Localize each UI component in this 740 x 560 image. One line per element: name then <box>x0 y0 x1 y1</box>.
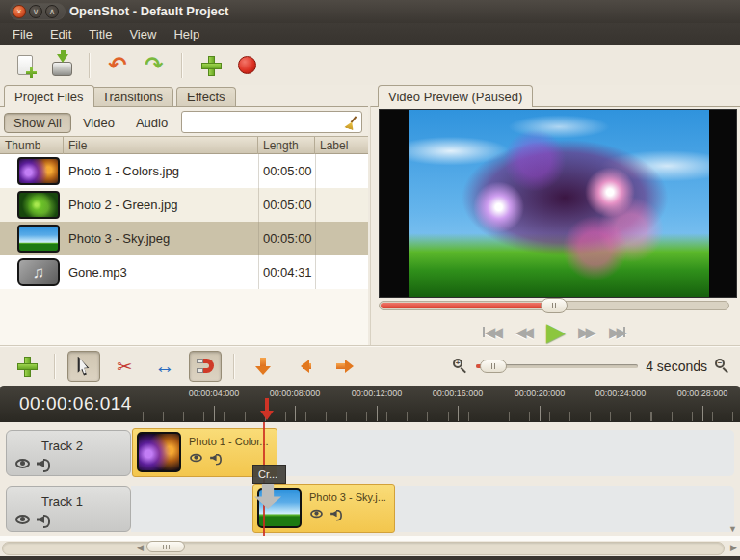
seek-bar[interactable] <box>379 301 729 310</box>
filter-audio-button[interactable]: Audio <box>126 113 177 133</box>
toolbar-separator <box>233 354 235 379</box>
track-visibility-icon[interactable] <box>15 515 30 524</box>
resize-tool-button[interactable]: ↔ <box>148 351 181 382</box>
zoom-slider-handle[interactable] <box>480 360 507 373</box>
save-project-button[interactable] <box>48 52 75 79</box>
video-preview-screen[interactable] <box>379 109 737 298</box>
previous-marker-button[interactable] <box>287 351 320 382</box>
titlebar[interactable]: × ∨ ∧ OpenShot - Default Project <box>0 0 740 23</box>
export-video-button[interactable] <box>233 52 260 79</box>
close-button[interactable]: × <box>13 5 26 18</box>
skip-to-end-button[interactable]: ▶▶ <box>609 324 629 341</box>
playhead-marker[interactable] <box>260 398 274 422</box>
clip-audio-icon[interactable] <box>330 509 342 519</box>
track-name: Track 1 <box>41 494 83 509</box>
clip-visibility-icon[interactable] <box>310 510 323 519</box>
tab-effects[interactable]: Effects <box>176 87 236 107</box>
column-divider <box>315 154 316 188</box>
column-header-thumb[interactable]: Thumb <box>0 137 64 154</box>
add-media-button[interactable] <box>197 52 224 79</box>
menu-view[interactable]: View <box>120 23 165 45</box>
add-marker-button[interactable] <box>247 351 279 382</box>
major-tick <box>377 406 378 421</box>
minimize-button[interactable]: ∨ <box>29 5 42 18</box>
redo-icon: ↷ <box>145 54 163 76</box>
file-length: 00:04:31 <box>263 255 312 289</box>
zoom-out-icon[interactable]: − <box>715 359 730 374</box>
openshot-window: × ∨ ∧ OpenShot - Default Project File Ed… <box>0 0 740 560</box>
track-1-lane[interactable] <box>131 486 734 532</box>
scroll-right-arrow[interactable]: ▶ <box>730 543 737 552</box>
column-divider <box>258 188 259 222</box>
clip-audio-icon[interactable] <box>210 453 222 463</box>
file-filter-field[interactable] <box>181 111 362 133</box>
tab-project-files[interactable]: Project Files <box>4 85 94 107</box>
column-header-length[interactable]: Length <box>258 137 315 154</box>
column-divider <box>258 255 259 289</box>
horizontal-scrollbar[interactable]: ◀ ▶ <box>0 541 740 556</box>
track-visibility-icon[interactable] <box>15 459 30 468</box>
timeline-tracks: Track 2 Photo 1 - Color... Track 1 <box>0 422 740 536</box>
vertical-scroll-down-arrow[interactable]: ▼ <box>728 524 737 534</box>
colors-thumbnail <box>17 157 60 185</box>
scrollbar-handle[interactable] <box>146 541 185 552</box>
major-tick <box>295 406 296 421</box>
rewind-button[interactable]: ◀◀ <box>515 324 534 341</box>
track-audio-icon[interactable] <box>37 458 50 469</box>
zoom-slider[interactable] <box>476 360 638 373</box>
timeline-ruler[interactable]: 00:00:06:014 00:00:04:000 00:00:08:000 0… <box>0 386 740 422</box>
select-tool-button[interactable] <box>67 351 100 382</box>
scrollbar-track[interactable] <box>2 542 725 555</box>
main-toolbar: ↶ ↷ <box>0 45 740 85</box>
razor-tool-button[interactable]: ✂ <box>108 351 141 382</box>
redo-button[interactable]: ↷ <box>141 52 168 79</box>
scroll-left-arrow[interactable]: ◀ <box>137 543 144 552</box>
file-list-empty-area[interactable] <box>0 289 368 346</box>
track-audio-icon[interactable] <box>37 514 50 525</box>
zoom-in-icon[interactable]: + <box>453 359 468 374</box>
menu-edit[interactable]: Edit <box>41 23 80 45</box>
add-track-button[interactable] <box>10 351 42 382</box>
clip-photo3[interactable]: Photo 3 - Sky.j... <box>252 484 395 533</box>
filter-video-button[interactable]: Video <box>73 113 124 133</box>
filter-show-all-button[interactable]: Show All <box>4 113 71 133</box>
tab-transitions[interactable]: Transitions <box>92 87 173 107</box>
track-1-header[interactable]: Track 1 <box>6 486 131 532</box>
clip-visibility-icon[interactable] <box>190 454 202 463</box>
audio-note-icon: ♫ <box>17 258 60 286</box>
menu-file[interactable]: File <box>4 23 41 45</box>
ruler-label: 00:00:20:000 <box>515 388 566 398</box>
playback-controls: ◀◀ ◀◀ ▶ ▶▶ ▶▶ <box>371 317 740 347</box>
file-row-audio[interactable]: ♫ Gone.mp3 00:04:31 <box>0 255 368 289</box>
next-marker-icon <box>334 358 354 375</box>
file-row-green[interactable]: Photo 2 - Green.jpg 00:05:00 <box>0 188 368 222</box>
undo-button[interactable]: ↶ <box>104 52 131 79</box>
broom-clear-icon[interactable] <box>344 116 357 129</box>
column-header-file[interactable]: File <box>64 137 258 154</box>
search-input[interactable] <box>185 114 339 130</box>
maximize-button[interactable]: ∧ <box>45 5 59 18</box>
menu-title[interactable]: Title <box>80 23 120 45</box>
clip-label: Photo 3 - Sky.j... <box>309 492 386 503</box>
skip-to-start-button[interactable]: ◀◀ <box>483 324 503 341</box>
column-divider <box>315 188 316 222</box>
file-name: Gone.mp3 <box>68 255 127 289</box>
tab-video-preview[interactable]: Video Preview (Paused) <box>378 85 533 107</box>
new-project-icon <box>17 55 33 75</box>
seek-handle[interactable] <box>541 298 568 313</box>
column-header-label[interactable]: Label <box>315 137 368 154</box>
file-name: Photo 1 - Colors.jpg <box>68 154 179 188</box>
track-2-row: Track 2 Photo 1 - Color... <box>0 428 740 478</box>
fast-forward-button[interactable]: ▶▶ <box>578 324 596 341</box>
sky-thumbnail <box>17 225 60 253</box>
file-row-sky-selected[interactable]: Photo 3 - Sky.jpeg 00:05:00 <box>0 222 368 255</box>
menu-help[interactable]: Help <box>165 23 208 45</box>
next-marker-button[interactable] <box>328 351 360 382</box>
select-tool-icon <box>75 357 92 376</box>
track-2-header[interactable]: Track 2 <box>6 430 131 476</box>
snap-magnet-icon <box>198 359 214 373</box>
file-row-colors[interactable]: Photo 1 - Colors.jpg 00:05:00 <box>0 154 368 188</box>
new-project-button[interactable] <box>12 52 39 79</box>
snapping-button[interactable] <box>189 351 222 382</box>
play-button[interactable]: ▶ <box>546 317 566 347</box>
